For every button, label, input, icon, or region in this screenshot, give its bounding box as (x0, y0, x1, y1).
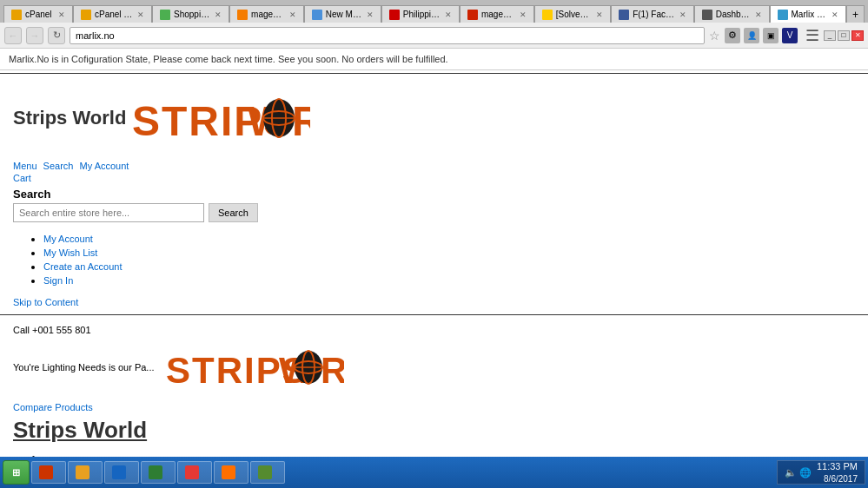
search-button[interactable]: Search (209, 203, 258, 222)
tab-favicon (542, 10, 553, 20)
tab-philippin[interactable]: Philippin... ✕ (381, 5, 460, 23)
site-header: Strips World STRIPS W RLD (0, 76, 868, 159)
taskbar-icon-4 (149, 465, 162, 479)
tab-close-icon[interactable]: ✕ (679, 10, 686, 19)
content-divider (0, 314, 868, 315)
header-divider (0, 73, 868, 74)
tab-label: cPanel (25, 10, 52, 19)
tab-label: magent... (251, 10, 286, 19)
close-button[interactable]: ✕ (851, 30, 864, 41)
svg-text:RLD: RLD (292, 98, 310, 144)
tab-favicon (619, 10, 629, 20)
maximize-button[interactable]: □ (838, 30, 850, 41)
ext2-icon[interactable]: V (782, 28, 798, 43)
taskbar-app-6[interactable] (214, 461, 248, 484)
address-bar[interactable] (70, 27, 705, 44)
tab-favicon (81, 10, 91, 20)
footer-brand-link[interactable]: Strips World (13, 417, 147, 444)
search-input[interactable] (13, 203, 204, 222)
search-nav-link[interactable]: Search (43, 161, 74, 171)
taskbar-tray: 🔈 🌐 11:33 PM 8/6/2017 (777, 460, 865, 485)
tab-solved[interactable]: [Solved]... ✕ (534, 5, 611, 23)
tab-close-icon[interactable]: ✕ (520, 10, 527, 19)
tab-close-icon[interactable]: ✕ (215, 10, 222, 19)
create-account-link[interactable]: Create an Account (43, 261, 123, 272)
compare-products-link[interactable]: Compare Products (13, 402, 93, 412)
menu-button[interactable]: ☰ (805, 26, 819, 45)
account-links: My Account My Wish List Create an Accoun… (0, 227, 868, 293)
brand-text-link[interactable]: Strips World (13, 107, 126, 129)
taskbar-app-4[interactable] (141, 461, 176, 484)
user-icon[interactable]: 👤 (744, 28, 759, 43)
account-nav-link[interactable]: My Account (80, 161, 129, 171)
tab-close-icon[interactable]: ✕ (755, 10, 762, 19)
tab-close-icon[interactable]: ✕ (58, 10, 65, 19)
taskbar-app-5[interactable] (177, 461, 212, 484)
tab-favicon (778, 10, 788, 20)
toolbar-icons: ⚙ 👤 ▣ V (725, 28, 798, 43)
back-button[interactable]: ← (4, 27, 22, 44)
tab-facebook[interactable]: F(1) Face... ✕ (611, 5, 693, 23)
brand-text: Strips World (13, 107, 126, 129)
cart-link[interactable]: Cart (13, 173, 31, 183)
tab-close-icon[interactable]: ✕ (445, 10, 452, 19)
tab-close-icon[interactable]: ✕ (596, 10, 603, 19)
window-controls: _ □ ✕ (824, 30, 864, 41)
extensions-icon[interactable]: ⚙ (725, 28, 740, 43)
forward-button[interactable]: → (26, 27, 43, 44)
taskbar-app-1[interactable] (31, 461, 66, 484)
tab-dashboard[interactable]: Dashbo... ✕ (694, 5, 770, 23)
my-account-link[interactable]: My Account (43, 234, 93, 244)
compare-products: Compare Products (13, 402, 855, 412)
browser-chrome: cPanel ✕ cPanel P... ✕ Shoppin... ✕ mage… (0, 0, 868, 49)
cast-icon[interactable]: ▣ (763, 28, 779, 43)
nav-links: Menu Search My Account (0, 159, 868, 173)
tab-magento2[interactable]: magent... ✕ (460, 5, 534, 23)
list-item: My Wish List (43, 247, 855, 259)
tab-close-icon[interactable]: ✕ (367, 10, 374, 19)
menu-link[interactable]: Menu (13, 161, 37, 171)
minimize-button[interactable]: _ (824, 30, 836, 41)
tab-close-icon[interactable]: ✕ (137, 10, 144, 19)
tab-favicon (237, 10, 248, 20)
tab-shopping[interactable]: Shoppin... ✕ (152, 5, 229, 23)
list-item: Create an Account (43, 260, 855, 273)
new-tab-button[interactable]: + (846, 5, 865, 23)
strips-world-logo: STRIPS W RLD (128, 85, 310, 150)
skip-to-content-link[interactable]: Skip to Content (13, 297, 78, 307)
page-wrapper: Marlix.No is in Cofiguration State, Plea… (0, 49, 868, 488)
clock: 11:33 PM 8/6/2017 (817, 460, 858, 484)
search-box-wrapper: Search (13, 203, 855, 222)
taskbar-app-2[interactable] (68, 461, 103, 484)
taskbar-app-7[interactable] (250, 461, 285, 484)
taskbar-icon-1 (39, 465, 53, 479)
tab-favicon (312, 10, 322, 20)
tab-favicon (702, 10, 712, 20)
tab-label: [Solved]... (556, 10, 593, 19)
reload-button[interactable]: ↻ (48, 27, 65, 44)
tab-magento1[interactable]: magent... ✕ (229, 5, 304, 23)
tab-label: Marlix S... (792, 10, 828, 19)
taskbar-icon-5 (185, 465, 199, 479)
wish-list-link[interactable]: My Wish List (43, 247, 97, 258)
taskbar-app-3[interactable] (104, 461, 139, 484)
call-info: Call +001 555 801 (13, 325, 855, 335)
tab-cpanel2[interactable]: cPanel P... ✕ (73, 5, 152, 23)
tab-close-icon[interactable]: ✕ (289, 10, 296, 19)
skip-link-section: Skip to Content (0, 293, 868, 312)
tab-cpanel1[interactable]: cPanel ✕ (3, 5, 73, 23)
tab-marlix[interactable]: Marlix S... ✕ (770, 5, 846, 23)
list-item: My Account (43, 233, 855, 245)
footer-logo: STRIPS W RLD (162, 340, 344, 396)
bookmark-icon[interactable]: ☆ (709, 29, 720, 43)
list-item: Sign In (43, 274, 855, 287)
tab-close-icon[interactable]: ✕ (832, 10, 838, 19)
tab-label: magent... (481, 10, 516, 19)
taskbar-icon-6 (222, 465, 235, 479)
tab-label: Philippin... (403, 10, 441, 19)
sign-in-link[interactable]: Sign In (43, 275, 73, 286)
tab-label: New Me... (326, 10, 363, 19)
start-button[interactable]: ⊞ (3, 460, 30, 485)
tagline: You're Lighting Needs is our Pa... STRIP… (13, 340, 855, 398)
tab-newme[interactable]: New Me... ✕ (304, 5, 381, 23)
